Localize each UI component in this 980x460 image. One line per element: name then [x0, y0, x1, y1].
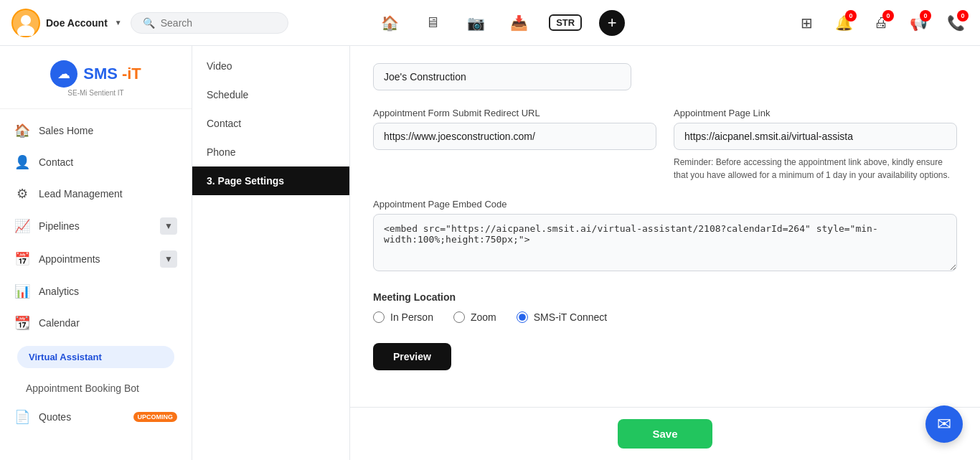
sub-nav-item-contact[interactable]: Contact [192, 109, 349, 138]
sidebar-item-label: Calendar [39, 317, 80, 329]
sidebar-item-label: Appointments [39, 253, 100, 265]
logo-area: ☁ SMS-iT SE-Mi Sentient IT [0, 46, 192, 109]
header-right-icons: ⊞ 🔔 0 🖨 0 📢 0 📞 0 [793, 10, 969, 36]
form-url-group: Appointment Form Submit Redirect URL [373, 108, 656, 182]
printer-badge: 0 [882, 10, 894, 22]
form-url-input[interactable] [373, 123, 656, 150]
appt-nav-icon: 📅 [14, 251, 30, 267]
sidebar-item-appointments[interactable]: 📅 Appointments ▼ [0, 243, 192, 276]
sidebar-item-label: Sales Home [39, 125, 93, 136]
printer-btn[interactable]: 🖨 0 [868, 10, 894, 36]
url-fields-row: Appointment Form Submit Redirect URL App… [373, 108, 957, 199]
preview-button[interactable]: Preview [373, 343, 451, 370]
sidebar-item-sales-home[interactable]: 🏠 Sales Home [0, 115, 192, 146]
embed-code-label: Appointment Page Embed Code [373, 199, 957, 210]
radio-zoom[interactable]: Zoom [453, 311, 496, 323]
appointments-expand-btn[interactable]: ▼ [160, 250, 177, 268]
header-center-icons: 🏠 🖥 📷 📥 STR + [377, 10, 625, 36]
svg-point-1 [21, 15, 31, 25]
home-nav-icon: 🏠 [14, 123, 30, 139]
sidebar-item-calendar[interactable]: 📆 Calendar [0, 307, 192, 339]
save-button[interactable]: Save [618, 419, 712, 449]
sidebar-item-lead-management[interactable]: ⚙ Lead Management [0, 178, 192, 210]
business-name-input[interactable] [373, 63, 631, 90]
phone-btn[interactable]: 📞 0 [943, 10, 969, 36]
business-name-group [373, 63, 957, 90]
sub-nav-item-phone[interactable]: Phone [192, 138, 349, 166]
monitor-icon-btn[interactable]: 🖥 [420, 10, 446, 36]
radio-in-person-label: In Person [390, 311, 433, 323]
embed-code-textarea[interactable] [373, 214, 957, 271]
form-url-label: Appointment Form Submit Redirect URL [373, 108, 656, 118]
appt-bot-label: Appointment Booking Bot [26, 382, 139, 394]
radio-zoom-label: Zoom [471, 311, 496, 323]
sidebar-item-label: Lead Management [39, 188, 123, 200]
radio-smsit-connect-label: SMS-iT Connect [534, 311, 607, 323]
add-button[interactable]: + [599, 10, 625, 36]
embed-code-group: Appointment Page Embed Code [373, 199, 957, 274]
search-icon: 🔍 [143, 17, 155, 29]
meeting-location-section: Meeting Location In Person Zoom SMS-iT C… [373, 291, 957, 323]
home-icon-btn[interactable]: 🏠 [377, 10, 402, 36]
account-name: Doe Account [46, 17, 108, 29]
search-input[interactable] [161, 17, 276, 29]
radio-smsit-connect-input[interactable] [517, 311, 528, 323]
str-badge[interactable]: STR [549, 14, 582, 31]
sidebar-item-appointment-booking-bot[interactable]: Appointment Booking Bot [0, 375, 192, 401]
analytics-nav-icon: 📊 [14, 283, 30, 299]
grid-icon[interactable]: ⊞ [793, 10, 819, 36]
page-link-label: Appointment Page Link [674, 108, 957, 118]
lead-nav-icon: ⚙ [14, 186, 30, 202]
radio-in-person[interactable]: In Person [373, 311, 433, 323]
sidebar-item-analytics[interactable]: 📊 Analytics [0, 276, 192, 307]
meeting-location-label: Meeting Location [373, 291, 957, 303]
logo-subtitle: SE-Mi Sentient IT [50, 89, 141, 97]
logo-icon: ☁ [50, 60, 77, 88]
search-box[interactable]: 🔍 [131, 12, 288, 34]
radio-zoom-input[interactable] [453, 311, 465, 323]
main-layout: ☁ SMS-iT SE-Mi Sentient IT 🏠 Sales Home … [0, 46, 980, 460]
top-header: Doe Account ▼ 🔍 🏠 🖥 📷 📥 STR + ⊞ 🔔 0 🖨 0 … [0, 0, 980, 46]
sidebar-item-label: Pipelines [39, 220, 80, 232]
avatar [11, 9, 40, 37]
sidebar-item-virtual-assistant[interactable]: Virtual Assistant [17, 346, 174, 368]
save-bar: Save [350, 407, 980, 460]
page-link-group: Appointment Page Link Reminder: Before a… [674, 108, 957, 182]
bell-badge: 0 [845, 10, 857, 22]
sub-nav-item-page-settings[interactable]: 3. Page Settings [192, 166, 349, 195]
camera-icon-btn[interactable]: 📷 [463, 10, 489, 36]
sidebar-item-label: Quotes [39, 411, 71, 423]
chat-widget-button[interactable]: ✉ [925, 405, 963, 443]
nav-items: 🏠 Sales Home 👤 Contact ⚙ Lead Management… [0, 109, 192, 460]
meeting-radio-group: In Person Zoom SMS-iT Connect [373, 311, 957, 323]
pipelines-expand-btn[interactable]: ▼ [160, 217, 177, 235]
chevron-down-icon: ▼ [115, 19, 122, 27]
sidebar-item-contact[interactable]: 👤 Contact [0, 146, 192, 178]
sub-nav-item-schedule[interactable]: Schedule [192, 80, 349, 109]
pipeline-nav-icon: 📈 [14, 218, 30, 234]
sub-nav: Video Schedule Contact Phone 3. Page Set… [192, 46, 350, 460]
sidebar-item-quotes[interactable]: 📄 Quotes UPCOMING [0, 401, 192, 433]
contact-nav-icon: 👤 [14, 154, 30, 170]
sidebar: ☁ SMS-iT SE-Mi Sentient IT 🏠 Sales Home … [0, 46, 192, 460]
upcoming-badge: UPCOMING [133, 412, 178, 422]
notification-bell-btn[interactable]: 🔔 0 [831, 10, 857, 36]
account-switcher[interactable]: Doe Account ▼ [11, 9, 122, 37]
radio-in-person-input[interactable] [373, 311, 385, 323]
tray-icon-btn[interactable]: 📥 [506, 10, 532, 36]
page-link-input[interactable] [674, 123, 957, 150]
sub-nav-item-video[interactable]: Video [192, 52, 349, 80]
phone-badge: 0 [957, 10, 969, 22]
radio-smsit-connect[interactable]: SMS-iT Connect [517, 311, 607, 323]
megaphone-btn[interactable]: 📢 0 [905, 10, 931, 36]
sidebar-item-label: Contact [39, 156, 73, 168]
logo-text: SMS-iT [83, 65, 141, 83]
quotes-nav-icon: 📄 [14, 409, 30, 425]
reminder-text: Reminder: Before accessing the appointme… [674, 156, 957, 182]
sidebar-item-label: Analytics [39, 286, 79, 297]
sidebar-item-pipelines[interactable]: 📈 Pipelines ▼ [0, 210, 192, 243]
main-content: Appointment Form Submit Redirect URL App… [350, 46, 980, 407]
megaphone-badge: 0 [920, 10, 931, 22]
calendar-nav-icon: 📆 [14, 315, 30, 331]
